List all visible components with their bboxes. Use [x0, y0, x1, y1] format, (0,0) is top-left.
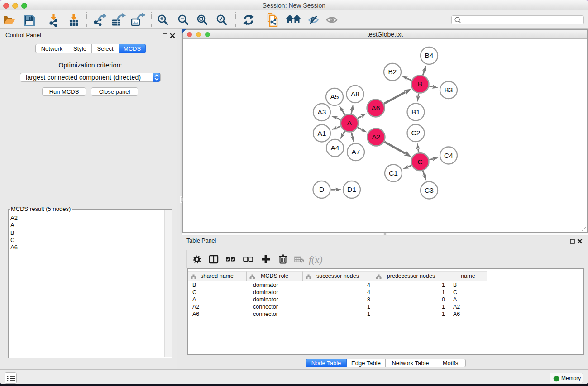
- svg-text:A4: A4: [331, 144, 339, 152]
- svg-text:A2: A2: [372, 133, 381, 141]
- svg-text:B1: B1: [411, 108, 420, 116]
- svg-text:B3: B3: [445, 86, 453, 94]
- svg-text:B: B: [418, 80, 422, 88]
- svg-text:C2: C2: [411, 129, 421, 137]
- svg-text:A: A: [347, 119, 352, 127]
- svg-text:A6: A6: [372, 104, 380, 112]
- svg-text:C3: C3: [425, 186, 434, 194]
- svg-text:B4: B4: [425, 52, 434, 59]
- svg-text:C4: C4: [444, 152, 453, 159]
- svg-text:D: D: [319, 186, 324, 193]
- svg-text:A8: A8: [351, 90, 359, 98]
- svg-text:A7: A7: [352, 148, 360, 156]
- svg-text:C1: C1: [389, 169, 398, 177]
- svg-text:C: C: [417, 158, 422, 166]
- svg-text:A3: A3: [318, 108, 326, 116]
- svg-text:B2: B2: [388, 68, 397, 76]
- svg-text:A1: A1: [318, 129, 326, 137]
- svg-text:A5: A5: [330, 93, 339, 100]
- svg-text:D1: D1: [347, 186, 356, 193]
- svg-text:f(x): f(x): [309, 254, 323, 265]
